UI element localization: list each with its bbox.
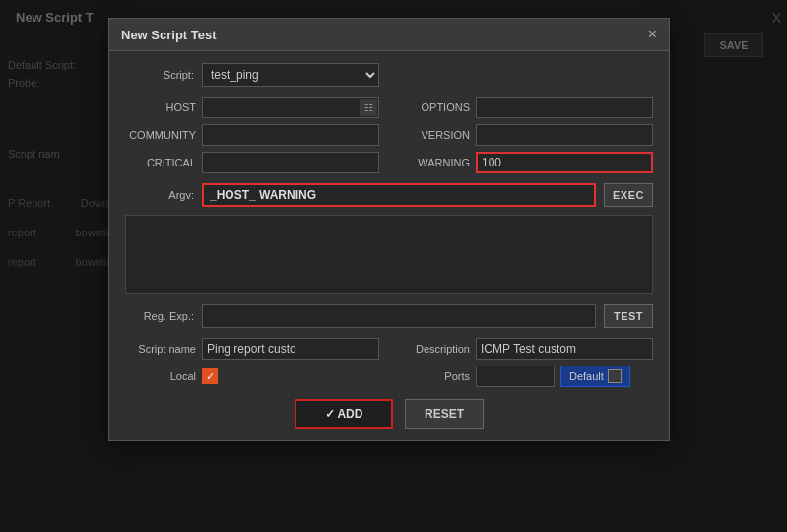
ports-row: Ports Default <box>399 366 653 387</box>
options-label: OPTIONS <box>399 101 470 113</box>
critical-label: CRITICAL <box>125 157 196 168</box>
argv-input[interactable] <box>202 183 596 207</box>
regexp-label: Reg. Exp.: <box>125 310 194 322</box>
host-label: HOST <box>125 101 196 113</box>
argv-input-wrap <box>202 183 596 207</box>
host-icon-button[interactable]: ☷ <box>360 99 377 116</box>
argv-row: Argv: EXEC <box>125 183 653 207</box>
options-input[interactable] <box>476 97 653 118</box>
modal-header: New Script Test × <box>109 19 669 51</box>
community-label: COMMUNITY <box>125 129 196 141</box>
warning-label: WARNING <box>399 157 470 168</box>
host-input-wrap: ☷ <box>202 97 379 118</box>
community-field-row: COMMUNITY <box>125 124 379 146</box>
default-label: Default <box>569 370 604 382</box>
regexp-input[interactable] <box>202 304 596 328</box>
bottom-fields: Script name Description Local ✓ Ports De… <box>125 338 653 387</box>
default-checkbox[interactable] <box>608 369 622 383</box>
script-label: Script: <box>125 69 194 81</box>
description-label: Description <box>399 343 470 355</box>
modal-body: Script: test_ping HOST ☷ OPTIONS C <box>109 51 669 440</box>
warning-field-row: WARNING <box>399 152 653 173</box>
version-field-row: VERSION <box>399 124 653 146</box>
community-input[interactable] <box>202 124 379 146</box>
regexp-row: Reg. Exp.: TEST <box>125 304 653 328</box>
action-row: ✓ ADD RESET <box>125 399 653 429</box>
script-row: Script: test_ping <box>125 63 653 87</box>
description-input[interactable] <box>476 338 653 360</box>
local-label: Local <box>125 370 196 382</box>
default-button[interactable]: Default <box>560 366 630 387</box>
add-button[interactable]: ✓ ADD <box>295 399 393 429</box>
host-input[interactable] <box>202 97 379 118</box>
local-row: Local ✓ <box>125 366 379 387</box>
output-textarea[interactable] <box>125 215 653 294</box>
version-label: VERSION <box>399 129 470 141</box>
argv-label: Argv: <box>125 189 194 201</box>
warning-input[interactable] <box>476 152 653 173</box>
script-name-input[interactable] <box>202 338 379 360</box>
modal-dialog: New Script Test × Script: test_ping HOST… <box>108 18 670 441</box>
reset-button[interactable]: RESET <box>405 399 484 429</box>
critical-input[interactable] <box>202 152 379 173</box>
options-field-row: OPTIONS <box>399 97 653 118</box>
version-input[interactable] <box>476 124 653 146</box>
local-checkbox[interactable]: ✓ <box>202 368 218 384</box>
modal-title: New Script Test <box>121 28 217 42</box>
description-row: Description <box>399 338 653 360</box>
ports-label: Ports <box>399 370 470 382</box>
ports-input[interactable] <box>476 366 555 387</box>
exec-button[interactable]: EXEC <box>604 183 653 207</box>
modal-close-button[interactable]: × <box>648 27 657 42</box>
fields-grid: HOST ☷ OPTIONS COMMUNITY VERSION <box>125 97 653 173</box>
host-field-row: HOST ☷ <box>125 97 379 118</box>
script-name-label: Script name <box>125 343 196 355</box>
test-button[interactable]: TEST <box>604 304 653 328</box>
script-name-row: Script name <box>125 338 379 360</box>
critical-field-row: CRITICAL <box>125 152 379 173</box>
script-select[interactable]: test_ping <box>202 63 379 87</box>
